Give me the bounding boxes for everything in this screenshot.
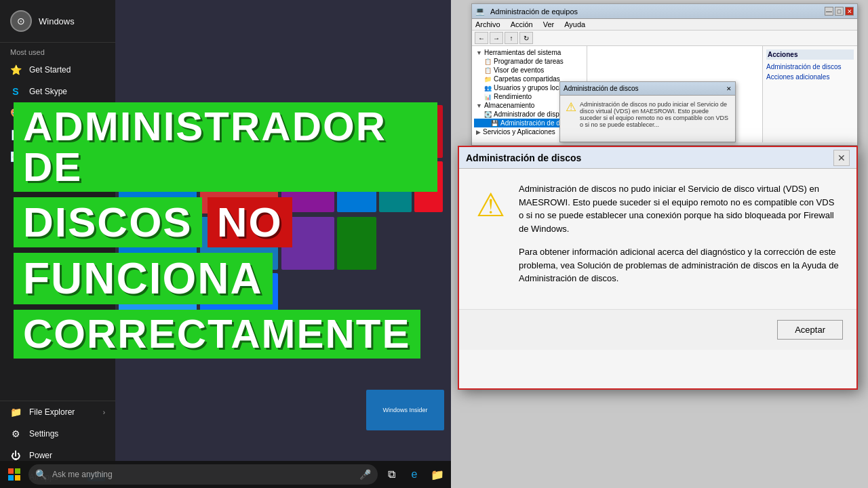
dm-paragraph2: Para obtener información adicional acerc…: [519, 245, 840, 285]
dm-bg-warning-icon: ⚠: [566, 100, 576, 115]
taskbar: 🔍 Ask me anything 🎤 ⧉ e 📁: [0, 461, 451, 488]
taskbar-system-icons: ⧉ e 📁: [381, 464, 448, 485]
windows-insider-tile[interactable]: Windows Insider: [366, 390, 444, 430]
cm-back-button[interactable]: ←: [475, 32, 488, 44]
left-panel: Windows Insider ⊙ Windows Most used ⭐ Ge…: [0, 0, 451, 488]
cm-minimize-button[interactable]: —: [825, 7, 833, 16]
sidebar-item-file-explorer[interactable]: 📁 File Explorer ›: [0, 401, 115, 423]
tile-blue2-r3[interactable]: [200, 217, 278, 270]
start-button[interactable]: [3, 464, 25, 485]
sidebar-item-paint[interactable]: 🎨 Paint ›: [0, 102, 115, 124]
tile-purple-sm[interactable]: [281, 161, 334, 212]
tile-green-r3[interactable]: [337, 217, 376, 270]
dm-close-button[interactable]: ✕: [833, 150, 850, 166]
cm-close-button[interactable]: ✕: [845, 7, 854, 16]
get-started-icon: ⭐: [10, 64, 21, 75]
cm-maximize-button[interactable]: □: [835, 7, 844, 16]
sidebar-item-settings[interactable]: ⚙ Settings: [0, 423, 115, 445]
tile-red-sm2[interactable]: [414, 161, 443, 212]
dm-dialog-titlebar: Administración de discos ✕: [459, 147, 856, 169]
settings-label: Settings: [29, 429, 58, 439]
tile-red-large[interactable]: [200, 105, 278, 214]
file-explorer-label: File Explorer: [29, 407, 75, 417]
tile-darkred-sm[interactable]: [414, 105, 443, 158]
cm-forward-button[interactable]: →: [490, 32, 503, 44]
microphone-icon[interactable]: 🎤: [359, 469, 371, 480]
dm-dialog-footer: Aceptar: [459, 309, 856, 350]
skype-icon: S: [10, 86, 21, 97]
get-started-label: Get Started: [29, 65, 71, 75]
dm-paragraph1: Administración de discos no pudo iniciar…: [519, 182, 840, 235]
cm-actions-panel: Acciones Administración de discos Accion…: [762, 46, 857, 142]
avatar: ⊙: [10, 10, 32, 32]
search-icon: 🔍: [35, 469, 47, 480]
taskbar-search-bar[interactable]: 🔍 Ask me anything 🎤: [28, 464, 378, 485]
cm-tree-item-herramientas[interactable]: ▼ Herramientas del sistema: [474, 48, 585, 57]
cm-tree-item-programador[interactable]: 📋 Programador de tareas: [474, 57, 585, 66]
sidebar-item-get-started[interactable]: ⭐ Get Started: [0, 59, 115, 81]
tile-blue-sm2[interactable]: [337, 161, 376, 212]
windows-logo-icon: [8, 468, 20, 481]
cm-menu-ver[interactable]: Ver: [543, 20, 555, 28]
svg-rect-2: [8, 475, 14, 481]
svg-rect-0: [8, 468, 14, 474]
disk-management-dialog[interactable]: Administración de discos ✕ ⚠ Administrac…: [458, 146, 858, 390]
cm-up-button[interactable]: ↑: [505, 32, 518, 44]
start-sidebar: ⊙ Windows Most used ⭐ Get Started S Get …: [0, 0, 115, 488]
task-view-icon[interactable]: ⧉: [381, 464, 401, 485]
start-user-section[interactable]: ⊙ Windows: [0, 0, 115, 43]
search-placeholder-text: Ask me anything: [52, 470, 113, 479]
sidebar-item-get-skype[interactable]: S Get Skype: [0, 81, 115, 102]
notepad-icon: 📄: [10, 129, 21, 140]
tile-blue-r3[interactable]: [119, 217, 197, 270]
cm-titlebar: 💻 Administración de equipos — □ ✕: [472, 4, 857, 19]
cm-action-admin-discos[interactable]: Administración de discos: [766, 62, 854, 72]
dm-dialog-title: Administración de discos: [466, 152, 833, 163]
sticky-notes-label: Sticky Notes: [29, 152, 75, 161]
dm-warning-icon: ⚠: [476, 186, 505, 224]
power-label: Power: [29, 451, 52, 460]
most-used-label: Most used: [0, 43, 115, 59]
cm-menubar: Archivo Acción Ver Ayuda: [472, 19, 857, 30]
tile-blue-r4[interactable]: [119, 273, 197, 326]
dm-bg-body: ⚠ Administración de discos no pudo inici…: [560, 96, 735, 134]
paint-arrow: ›: [103, 110, 105, 117]
edge-browser-icon[interactable]: e: [404, 464, 425, 485]
disk-mgmt-bg-dialog: Administración de discos ✕ ⚠ Administrac…: [559, 81, 736, 142]
cm-window-icon: 💻: [475, 7, 485, 16]
cm-menu-ayuda[interactable]: Ayuda: [564, 20, 585, 28]
tile-blue-large[interactable]: [119, 105, 197, 214]
cm-tree-item-visor[interactable]: 📋 Visor de eventos: [474, 66, 585, 75]
tile-blue2-r4[interactable]: [200, 273, 278, 326]
tile-orange-sm[interactable]: [337, 105, 376, 158]
dm-dialog-body: ⚠ Administración de discos no pudo inici…: [459, 169, 856, 309]
cm-refresh-button[interactable]: ↻: [519, 32, 533, 44]
dm-bg-titlebar: Administración de discos ✕: [560, 82, 735, 96]
tree-expand-icon: ▼: [476, 49, 482, 56]
svg-rect-3: [15, 475, 20, 481]
sidebar-item-notepad[interactable]: 📄 Notepad: [0, 124, 115, 146]
cm-action-acciones-adicionales[interactable]: Acciones adicionales: [766, 72, 854, 82]
sticky-notes-icon: 📝: [10, 151, 21, 162]
tile-green-sm[interactable]: [379, 105, 412, 158]
tile-teal-sm[interactable]: [281, 105, 334, 158]
tile-cyan-sm[interactable]: [379, 161, 412, 212]
tile-purple-r3[interactable]: [281, 217, 334, 270]
cm-menu-archivo[interactable]: Archivo: [475, 20, 500, 28]
cm-title: Administración de equipos: [490, 7, 821, 16]
cm-toolbar: ← → ↑ ↻: [472, 30, 857, 46]
sidebar-item-sticky-notes[interactable]: 📝 Sticky Notes: [0, 146, 115, 167]
dm-bg-text: Administración de discos no pudo iniciar…: [580, 101, 730, 128]
dm-bg-close-icon[interactable]: ✕: [726, 85, 732, 92]
power-icon: ⏻: [10, 450, 21, 461]
cm-menu-accion[interactable]: Acción: [511, 20, 533, 28]
paint-label: Paint: [29, 108, 47, 118]
settings-icon: ⚙: [10, 428, 21, 439]
cm-window-buttons: — □ ✕: [825, 7, 854, 16]
dm-accept-button[interactable]: Aceptar: [777, 320, 843, 340]
right-panel: 💻 Administración de equipos — □ ✕ Archiv…: [451, 0, 868, 488]
file-explorer-icon: 📁: [10, 407, 21, 418]
get-skype-label: Get Skype: [29, 87, 67, 96]
file-explorer-arrow: ›: [103, 409, 105, 416]
file-explorer-taskbar-icon[interactable]: 📁: [427, 464, 448, 485]
